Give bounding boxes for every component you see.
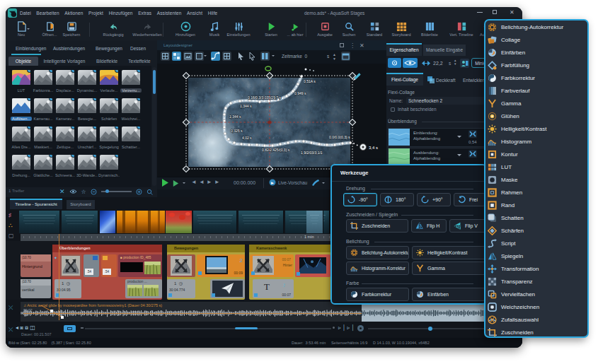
svg-text:1,344 s: 1,344 s (229, 115, 241, 119)
svg-text:0,51A s: 0,51A s (304, 79, 316, 83)
svg-text:0,16/0,3/3,035/29,7 s: 0,16/0,3/3,035/29,7 s (248, 95, 281, 100)
svg-text:1,344 s: 1,344 s (240, 104, 252, 108)
svg-text:0,949 s: 0,949 s (294, 91, 306, 95)
svg-text:3,4 s: 3,4 s (369, 146, 378, 150)
svg-text:1,9/2/03/3,1/1: 1,9/2/03/3,1/1 (301, 151, 323, 155)
svg-text:0,0/0,0(0,3) s: 0,0/0,0(0,3) s (329, 135, 350, 139)
svg-text:0,82/2,425/(0,3) s: 0,82/2,425/(0,3) s (262, 148, 290, 152)
svg-text:0,325 s: 0,325 s (231, 129, 243, 133)
svg-text:4,02 s: 4,02 s (242, 136, 252, 140)
svg-text:►: ► (270, 180, 275, 185)
